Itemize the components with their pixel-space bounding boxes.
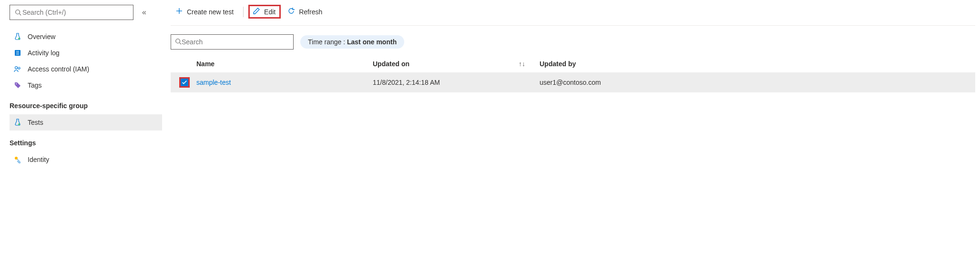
svg-point-8 <box>18 67 20 69</box>
time-range-value: Last one month <box>347 38 397 46</box>
main-content: Create new test Edit Refresh Time range … <box>162 0 980 168</box>
create-new-test-label: Create new test <box>187 8 234 16</box>
refresh-button[interactable]: Refresh <box>283 5 327 18</box>
sidebar-item-tags[interactable]: Tags <box>10 77 162 93</box>
test-updated-by: user1@contoso.com <box>540 79 973 86</box>
table-header-row: Name Updated on ↑↓ Updated by <box>171 55 975 72</box>
sidebar-item-label: Activity log <box>28 49 60 57</box>
plus-icon <box>175 7 183 16</box>
svg-point-7 <box>15 67 18 69</box>
sidebar-item-label: Tests <box>28 119 43 126</box>
sidebar-item-overview[interactable]: Overview <box>10 29 162 45</box>
sidebar-section-settings: Settings <box>10 131 162 151</box>
test-updated-on: 11/8/2021, 2:14:18 AM <box>373 79 540 86</box>
filter-row: Time range : Last one month <box>171 34 975 50</box>
tests-table: Name Updated on ↑↓ Updated by sample-tes… <box>171 55 975 92</box>
table-search[interactable] <box>171 34 294 50</box>
refresh-icon <box>287 7 295 16</box>
svg-point-0 <box>16 10 20 14</box>
log-icon <box>13 49 22 57</box>
time-range-prefix: Time range : <box>308 38 347 46</box>
key-icon <box>13 155 22 164</box>
sidebar-search-input[interactable] <box>22 9 129 16</box>
flask-icon <box>13 32 22 41</box>
sidebar-section-resource-group: Resource-specific group <box>10 93 162 114</box>
time-range-filter[interactable]: Time range : Last one month <box>300 35 404 49</box>
sidebar-item-label: Access control (IAM) <box>28 65 89 73</box>
svg-line-1 <box>20 14 21 16</box>
svg-point-14 <box>176 39 180 43</box>
sidebar-item-label: Identity <box>28 156 49 163</box>
toolbar-separator <box>243 7 244 17</box>
sort-icon[interactable]: ↑↓ <box>519 60 525 68</box>
column-header-updated-on-label: Updated on <box>373 60 409 68</box>
svg-point-2 <box>18 38 20 40</box>
edit-button[interactable]: Edit <box>248 5 281 19</box>
collapse-sidebar-button[interactable]: « <box>140 6 148 19</box>
svg-point-9 <box>16 83 17 84</box>
sidebar-item-label: Tags <box>28 81 42 89</box>
sidebar-item-access-control[interactable]: Access control (IAM) <box>10 61 162 77</box>
row-checkbox[interactable] <box>179 77 190 88</box>
edit-label: Edit <box>264 8 276 16</box>
flask-icon <box>13 118 22 127</box>
test-name-link[interactable]: sample-test <box>196 79 373 86</box>
column-header-name[interactable]: Name <box>196 60 373 68</box>
svg-point-10 <box>18 123 20 125</box>
people-icon <box>13 65 22 73</box>
column-header-updated-on[interactable]: Updated on ↑↓ <box>373 60 540 68</box>
tag-icon <box>13 81 22 90</box>
toolbar: Create new test Edit Refresh <box>171 5 975 26</box>
sidebar-item-identity[interactable]: Identity <box>10 151 162 168</box>
search-icon <box>14 8 22 17</box>
sidebar-item-tests[interactable]: Tests <box>10 114 162 131</box>
create-new-test-button[interactable]: Create new test <box>171 5 238 18</box>
pencil-icon <box>253 7 260 16</box>
sidebar: « Overview Activity log Access control (… <box>0 0 162 168</box>
sidebar-search[interactable] <box>10 5 133 20</box>
refresh-label: Refresh <box>299 8 322 16</box>
table-search-input[interactable] <box>182 38 289 46</box>
search-icon <box>175 38 182 46</box>
svg-line-15 <box>180 42 182 44</box>
sidebar-item-label: Overview <box>28 33 55 40</box>
sidebar-item-activity-log[interactable]: Activity log <box>10 45 162 61</box>
table-row[interactable]: sample-test 11/8/2021, 2:14:18 AM user1@… <box>171 72 975 92</box>
column-header-updated-by[interactable]: Updated by <box>540 60 973 68</box>
